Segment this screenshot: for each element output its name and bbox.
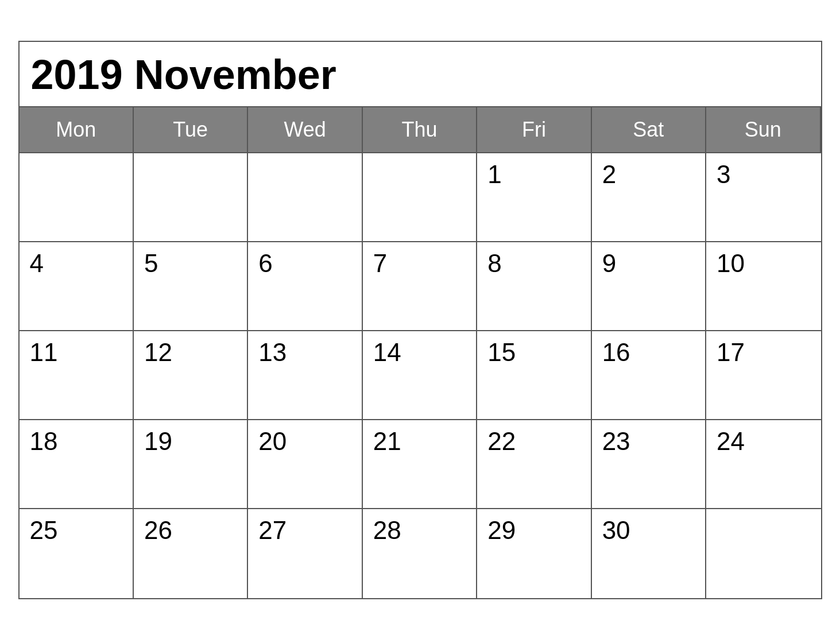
day-cell-18[interactable]: 18 [20,420,134,509]
day-number: 14 [373,338,401,366]
day-number: 23 [602,427,630,455]
day-cell-15[interactable]: 15 [477,331,591,420]
day-number: 16 [602,338,630,366]
day-header-sun: Sun [706,107,820,153]
day-number: 26 [144,516,172,544]
day-cell-empty[interactable] [20,153,134,242]
day-cell-empty[interactable] [706,509,820,598]
day-header-tue: Tue [134,107,248,153]
day-number: 19 [144,427,172,455]
day-number: 18 [30,427,58,455]
day-header-thu: Thu [363,107,477,153]
day-cell-27[interactable]: 27 [248,509,362,598]
day-number: 27 [258,516,287,544]
day-header-fri: Fri [477,107,591,153]
day-cell-28[interactable]: 28 [363,509,477,598]
day-cell-29[interactable]: 29 [477,509,591,598]
day-number: 30 [602,516,630,544]
day-number: 28 [373,516,401,544]
day-number: 11 [30,338,58,366]
calendar-title: 2019 November [20,42,821,107]
day-cell-23[interactable]: 23 [592,420,706,509]
day-number: 13 [258,338,287,366]
day-cell-19[interactable]: 19 [134,420,248,509]
day-cell-12[interactable]: 12 [134,331,248,420]
day-cell-24[interactable]: 24 [706,420,820,509]
day-cell-empty[interactable] [363,153,477,242]
day-cell-10[interactable]: 10 [706,242,820,331]
day-number: 10 [717,249,745,277]
day-number: 15 [487,338,516,366]
day-cell-17[interactable]: 17 [706,331,820,420]
day-cell-16[interactable]: 16 [592,331,706,420]
day-cell-11[interactable]: 11 [20,331,134,420]
day-cell-9[interactable]: 9 [592,242,706,331]
day-number: 21 [373,427,401,455]
day-number: 5 [144,249,158,277]
day-cell-empty[interactable] [248,153,362,242]
day-cell-14[interactable]: 14 [363,331,477,420]
day-number: 1 [487,160,501,188]
day-cell-25[interactable]: 25 [20,509,134,598]
day-number: 2 [602,160,616,188]
day-number: 22 [487,427,516,455]
day-cell-22[interactable]: 22 [477,420,591,509]
day-number: 3 [717,160,730,188]
day-cell-4[interactable]: 4 [20,242,134,331]
day-header-mon: Mon [20,107,134,153]
day-number: 12 [144,338,172,366]
day-cell-6[interactable]: 6 [248,242,362,331]
day-number: 4 [30,249,44,277]
day-cell-1[interactable]: 1 [477,153,591,242]
day-number: 29 [487,516,516,544]
day-number: 9 [602,249,616,277]
day-number: 25 [30,516,58,544]
day-number: 6 [258,249,272,277]
calendar-grid: MonTueWedThuFriSatSun1234567891011121314… [20,107,821,598]
day-cell-26[interactable]: 26 [134,509,248,598]
day-cell-30[interactable]: 30 [592,509,706,598]
day-cell-5[interactable]: 5 [134,242,248,331]
day-header-sat: Sat [592,107,706,153]
day-cell-21[interactable]: 21 [363,420,477,509]
day-cell-8[interactable]: 8 [477,242,591,331]
day-number: 24 [717,427,745,455]
day-cell-3[interactable]: 3 [706,153,820,242]
calendar: 2019 November MonTueWedThuFriSatSun12345… [18,41,822,599]
day-number: 17 [717,338,745,366]
day-number: 8 [487,249,501,277]
day-number: 20 [258,427,287,455]
day-cell-7[interactable]: 7 [363,242,477,331]
day-number: 7 [373,249,387,277]
day-cell-2[interactable]: 2 [592,153,706,242]
day-cell-20[interactable]: 20 [248,420,362,509]
day-header-wed: Wed [248,107,362,153]
day-cell-13[interactable]: 13 [248,331,362,420]
day-cell-empty[interactable] [134,153,248,242]
